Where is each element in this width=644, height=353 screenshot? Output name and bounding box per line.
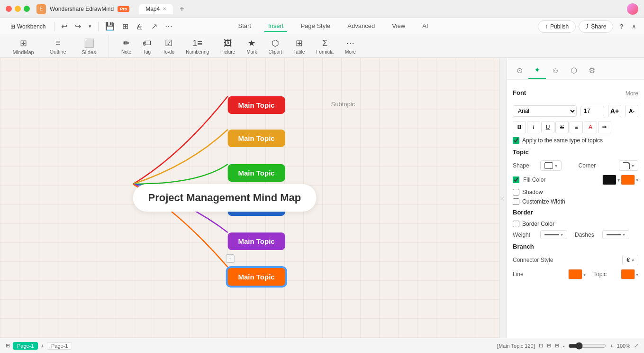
pro-badge: Pro bbox=[118, 6, 129, 12]
table-tool[interactable]: ⊞ Table bbox=[289, 36, 309, 56]
new-tab-button[interactable]: + bbox=[180, 5, 184, 13]
highlight-button[interactable]: ✏ bbox=[598, 121, 611, 133]
topic-node-2[interactable]: Main Topic bbox=[227, 164, 285, 182]
tab-close-icon[interactable]: ✕ bbox=[163, 6, 166, 11]
page-indicator-1[interactable]: Page-1 bbox=[47, 342, 72, 350]
maximize-button[interactable] bbox=[24, 6, 30, 12]
panel-tab-settings[interactable]: ⚙ bbox=[583, 62, 601, 79]
zoom-fit-icon[interactable]: ⊟ bbox=[555, 343, 559, 349]
customize-width-checkbox[interactable] bbox=[513, 198, 519, 205]
shadow-checkbox[interactable] bbox=[513, 189, 519, 195]
font-color-button[interactable]: A bbox=[584, 121, 597, 133]
border-color-swatch[interactable] bbox=[602, 175, 617, 185]
corner-selector[interactable]: ▾ bbox=[619, 160, 638, 171]
formula-tool[interactable]: Σ Formula bbox=[311, 37, 338, 56]
central-topic[interactable]: Project Management Mind Map bbox=[133, 184, 316, 212]
menu-view[interactable]: View bbox=[388, 20, 409, 32]
close-button[interactable] bbox=[6, 6, 12, 12]
topic-node-1[interactable]: Main Topic bbox=[227, 130, 285, 147]
font-decrease-button[interactable]: A- bbox=[625, 105, 638, 117]
panel-collapse-handle[interactable]: ‹ bbox=[499, 58, 507, 338]
font-more-link[interactable]: More bbox=[626, 90, 638, 97]
line-color-swatch[interactable] bbox=[568, 269, 582, 279]
panel-tab-emoji[interactable]: ☺ bbox=[546, 63, 565, 79]
fill-color-swatch[interactable] bbox=[621, 175, 635, 185]
menu-pagestyle[interactable]: Page Style bbox=[297, 20, 334, 32]
topic-node-5[interactable]: Main Topic bbox=[227, 267, 286, 287]
underline-button[interactable]: U bbox=[541, 121, 554, 133]
clipart-tool[interactable]: ⬡ Clipart bbox=[263, 36, 287, 56]
strikethrough-button[interactable]: S bbox=[555, 121, 569, 133]
more-button[interactable]: ⋯ bbox=[162, 20, 175, 33]
font-section-header: Font More bbox=[513, 85, 638, 101]
picture-tool[interactable]: 🖼 Picture bbox=[216, 37, 240, 56]
menu-ai[interactable]: AI bbox=[418, 20, 432, 32]
menu-start[interactable]: Start bbox=[234, 20, 254, 32]
user-avatar[interactable] bbox=[627, 3, 638, 15]
connector-selector[interactable]: € ▾ bbox=[622, 255, 638, 265]
topic-color-swatch[interactable] bbox=[621, 269, 635, 279]
font-size-input[interactable] bbox=[581, 106, 604, 116]
undo-button[interactable]: ↩ bbox=[58, 20, 70, 33]
fit-page-icon[interactable]: ⊡ bbox=[539, 343, 543, 349]
align-button[interactable]: ≡ bbox=[570, 121, 583, 133]
fill-color-checkbox[interactable] bbox=[513, 176, 519, 183]
topic-label: Topic bbox=[593, 271, 617, 278]
panel-tab-shape[interactable]: ⬡ bbox=[565, 62, 583, 79]
mark-tool[interactable]: ★ Mark bbox=[242, 36, 262, 56]
tag-tool[interactable]: 🏷 Tag bbox=[138, 37, 156, 56]
topic-color-picker[interactable]: ▾ bbox=[621, 269, 638, 279]
expand-icon[interactable]: + bbox=[226, 254, 234, 263]
page-indicator-active[interactable]: Page-1 bbox=[13, 342, 38, 350]
topic-node-0[interactable]: Main Topic bbox=[227, 96, 285, 114]
topic-node-4[interactable]: Main Topic bbox=[227, 232, 285, 250]
zoom-out-button[interactable]: - bbox=[563, 343, 565, 349]
note-tool[interactable]: ✏ Note bbox=[117, 36, 136, 56]
print-button[interactable]: 🖨 bbox=[133, 20, 146, 33]
fill-color-picker[interactable]: ▾ ▾ bbox=[602, 175, 638, 185]
dashes-selector[interactable]: ▾ bbox=[602, 230, 629, 239]
minimize-button[interactable] bbox=[15, 6, 21, 12]
bold-button[interactable]: B bbox=[513, 121, 526, 133]
line-topic-row: Line ▾ Topic ▾ bbox=[513, 269, 638, 279]
font-increase-button[interactable]: A+ bbox=[608, 105, 621, 117]
save-button[interactable]: 💾 bbox=[102, 20, 118, 33]
customize-width-row: Customize Width bbox=[513, 198, 638, 205]
export-button[interactable]: ↗ bbox=[148, 20, 160, 33]
outline-mode[interactable]: ≡ Outline bbox=[44, 35, 72, 57]
line-label: Line bbox=[513, 271, 536, 278]
italic-button[interactable]: I bbox=[527, 121, 540, 133]
menu-advanced[interactable]: Advanced bbox=[344, 20, 379, 32]
help-button[interactable]: ? bbox=[616, 21, 627, 32]
panel-tab-style[interactable]: ⊙ bbox=[511, 62, 528, 79]
mindmap-mode[interactable]: ⊞ MindMap bbox=[7, 35, 39, 58]
slides-mode[interactable]: ⬜ Slides bbox=[76, 35, 102, 58]
publish-button[interactable]: ↑ Publish bbox=[538, 20, 576, 33]
workbench-button[interactable]: ⊞ Workbench bbox=[6, 21, 50, 32]
border-color-checkbox[interactable] bbox=[513, 221, 519, 227]
apply-same-checkbox[interactable] bbox=[513, 137, 519, 144]
add-page-button[interactable]: + bbox=[41, 343, 44, 349]
grid-button[interactable]: ⊞ bbox=[119, 20, 131, 33]
panel-tab-format[interactable]: ✦ bbox=[528, 62, 546, 79]
map-tab[interactable]: Map4 ✕ bbox=[139, 4, 173, 14]
connector-style-row: Connector Style € ▾ bbox=[513, 255, 638, 265]
collapse-ribbon-button[interactable]: ∧ bbox=[630, 21, 638, 32]
grid-view-icon[interactable]: ⊞ bbox=[547, 343, 551, 349]
zoom-slider[interactable] bbox=[568, 342, 606, 350]
todo-tool[interactable]: ☑ To-do bbox=[158, 36, 179, 56]
weight-selector[interactable]: ▾ bbox=[540, 230, 567, 239]
more-tool[interactable]: ⋯ More bbox=[340, 36, 361, 56]
history-button[interactable]: ▾ bbox=[86, 21, 94, 31]
line-color-picker[interactable]: ▾ bbox=[568, 269, 586, 279]
share-button[interactable]: ⤴ Share bbox=[579, 20, 613, 33]
canvas[interactable]: Project Management Mind Map Main Topic M… bbox=[0, 58, 499, 338]
fullscreen-button[interactable]: ⤢ bbox=[634, 343, 638, 349]
font-family-select[interactable]: Arial bbox=[513, 105, 577, 117]
mindmap-label: MindMap bbox=[12, 49, 34, 55]
zoom-in-button[interactable]: + bbox=[610, 343, 613, 349]
redo-button[interactable]: ↪ bbox=[72, 20, 84, 33]
numbering-tool[interactable]: 1≡ Numbering bbox=[181, 37, 214, 56]
shape-selector[interactable]: ▾ bbox=[540, 160, 562, 171]
menu-insert[interactable]: Insert bbox=[264, 20, 288, 32]
